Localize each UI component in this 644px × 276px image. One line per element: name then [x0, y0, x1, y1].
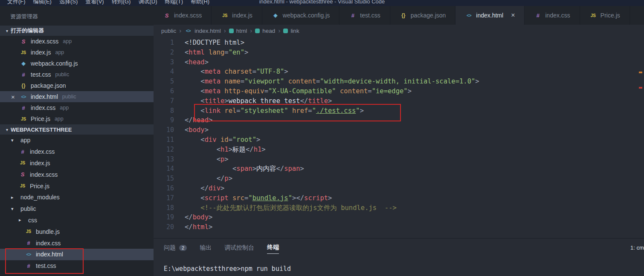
close-icon[interactable]: ×: [11, 93, 15, 101]
menu-item[interactable]: 编辑(E): [29, 0, 55, 6]
menu-item[interactable]: 调试(D): [134, 0, 161, 6]
code-editor[interactable]: 1<!DOCTYPE html>2<html lang="en">3<head>…: [154, 37, 644, 238]
file-name: index.css: [30, 148, 55, 155]
menu-item[interactable]: 选择(S): [55, 0, 81, 6]
open-editor-item[interactable]: {}package.json: [0, 80, 154, 91]
open-editor-item[interactable]: ◈webpack.config.js: [0, 58, 154, 69]
open-editors-header[interactable]: ▾ 打开的编辑器: [0, 26, 154, 36]
menu-item[interactable]: 转到(G): [108, 0, 135, 6]
tree-file-index.scss[interactable]: Sindex.scss: [0, 169, 154, 180]
code-line[interactable]: 8 <link rel="stylesheet" href="./test.cs…: [154, 106, 644, 116]
code-line[interactable]: 10<body>: [154, 125, 644, 135]
tab-test.css[interactable]: #test.css: [339, 6, 390, 25]
line-number: 14: [154, 164, 174, 174]
breadcrumb-item[interactable]: public: [161, 28, 176, 34]
code-line[interactable]: 15 </p>: [154, 174, 644, 184]
tab-label: index.html: [476, 12, 503, 19]
tree-file-test.css[interactable]: #test.css: [0, 260, 154, 272]
css-file-icon: #: [25, 263, 32, 269]
js-file-icon: JS: [19, 184, 26, 188]
code-line[interactable]: 2<html lang="en">: [154, 48, 644, 58]
tree-folder-public[interactable]: ▾public: [0, 203, 154, 215]
code-text: </body>: [185, 213, 212, 222]
tree-file-index.html[interactable]: <>index.html: [0, 249, 154, 260]
tab-bar: Sindex.scssJSindex.js◈webpack.config.js#…: [154, 6, 644, 25]
tab-index.css[interactable]: #index.css: [525, 6, 580, 25]
tree-file-index.js[interactable]: JSindex.js: [0, 158, 154, 169]
code-line[interactable]: 5 <meta name="viewport" content="width=d…: [154, 77, 644, 86]
open-editor-item[interactable]: #test.csspublic: [0, 69, 154, 80]
tree-folder-app[interactable]: ▾app: [0, 135, 154, 146]
css-file-icon: #: [25, 240, 32, 246]
code-line[interactable]: 14 <span>内内容</span>: [154, 164, 644, 174]
open-editors-label: 打开的编辑器: [11, 27, 44, 34]
problems-count-badge: 2: [179, 245, 187, 251]
file-name: Price.js: [31, 115, 50, 122]
tree-file-index.css[interactable]: #index.css: [0, 237, 154, 249]
menu-item[interactable]: 查看(V): [81, 0, 107, 6]
code-line[interactable]: 17 <script src="bundle.js"></script>: [154, 193, 644, 203]
tab-label: webpack.config.js: [283, 12, 330, 19]
tab-index.js[interactable]: JSindex.js: [212, 6, 262, 25]
close-icon[interactable]: ×: [511, 12, 515, 19]
code-line[interactable]: 3<head>: [154, 58, 644, 67]
file-path-badge: app: [63, 38, 72, 44]
breadcrumb-item[interactable]: html: [229, 28, 247, 34]
panel-tab-输出[interactable]: 输出: [200, 244, 212, 254]
breadcrumb-item[interactable]: <>index.html: [184, 28, 221, 34]
tree-file-index.css[interactable]: #index.css: [0, 146, 154, 158]
terminal-output[interactable]: E:\webpacktestthree>npm run build: [154, 265, 644, 273]
tab-index.scss[interactable]: Sindex.scss: [154, 6, 212, 25]
open-editor-item[interactable]: JSPrice.jsapp: [0, 113, 154, 124]
panel-tab-调试控制台[interactable]: 调试控制台: [224, 244, 254, 254]
code-text: <!--此处先默认打包后浏览器读取的js文件为 bundle.js -->: [185, 203, 397, 213]
breadcrumb-item[interactable]: link: [283, 28, 299, 34]
menu-item[interactable]: 帮助(H): [187, 0, 213, 6]
code-line[interactable]: 16 </div>: [154, 184, 644, 193]
code-line[interactable]: 6 <meta http-equiv="X-UA-Compatible" con…: [154, 86, 644, 96]
tab-Price.js[interactable]: JSPrice.js: [580, 6, 630, 25]
code-line[interactable]: 7 <title>webpack three test</title>: [154, 96, 644, 106]
terminal-shell-selector[interactable]: 1: cmd: [630, 244, 644, 251]
code-line[interactable]: 18 <!--此处先默认打包后浏览器读取的js文件为 bundle.js -->: [154, 203, 644, 213]
window-title: index.html - webpacktestthree - Visual S…: [259, 0, 385, 6]
tree-file-Price.js[interactable]: JSPrice.js: [0, 180, 154, 192]
js-file-icon: JS: [20, 50, 27, 55]
tab-package.json[interactable]: {}package.json: [390, 6, 456, 25]
code-line[interactable]: 4 <meta charset="UTF-8">: [154, 67, 644, 77]
open-editor-item[interactable]: Sindex.scssapp: [0, 36, 154, 47]
panel-tabs: 问题2输出调试控制台终端: [154, 239, 644, 254]
code-line[interactable]: 12 <h1>标题</h1>: [154, 145, 644, 155]
menu-item[interactable]: 文件(F): [3, 0, 29, 6]
file-name: package.json: [31, 82, 66, 89]
code-line[interactable]: 9</head>: [154, 115, 644, 125]
project-header[interactable]: ▾ WEBPACKTESTTHREE: [0, 124, 154, 135]
tree-folder-node_modules[interactable]: ▸node_modules: [0, 192, 154, 203]
code-line[interactable]: 11 <div id="root">: [154, 135, 644, 145]
code-line[interactable]: 1<!DOCTYPE html>: [154, 38, 644, 48]
code-line[interactable]: 13 <p>: [154, 155, 644, 164]
line-number: 15: [154, 174, 174, 184]
panel-tab-问题[interactable]: 问题2: [164, 244, 187, 254]
line-number: 11: [154, 135, 174, 145]
open-editor-item[interactable]: ×<>index.htmlpublic: [0, 91, 154, 102]
open-editor-item[interactable]: JSindex.jsapp: [0, 47, 154, 58]
panel-tab-终端[interactable]: 终端: [267, 244, 279, 254]
tree-folder-css[interactable]: ▸css: [0, 215, 154, 226]
file-name: index.scss: [31, 38, 58, 45]
code-line[interactable]: 20</html>: [154, 222, 644, 232]
css-file-icon: #: [19, 149, 26, 155]
menu-item[interactable]: 终端(T): [161, 0, 187, 6]
tab-webpack.config.js[interactable]: ◈webpack.config.js: [262, 6, 340, 25]
open-editor-item[interactable]: #index.cssapp: [0, 102, 154, 113]
breadcrumb-item[interactable]: head: [255, 28, 275, 34]
breadcrumb-label: html: [236, 28, 247, 34]
code-text: <link rel="stylesheet" href="./test.css"…: [185, 106, 364, 116]
tree-file-bundle.js[interactable]: JSbundle.js: [0, 226, 154, 237]
code-line[interactable]: 19</body>: [154, 213, 644, 222]
code-text: </p>: [185, 174, 232, 184]
chevron-right-icon: ▸: [19, 217, 25, 223]
file-name: css: [28, 217, 37, 224]
tab-index.html[interactable]: <>index.html×: [455, 6, 525, 25]
js-file-icon: JS: [20, 117, 27, 121]
